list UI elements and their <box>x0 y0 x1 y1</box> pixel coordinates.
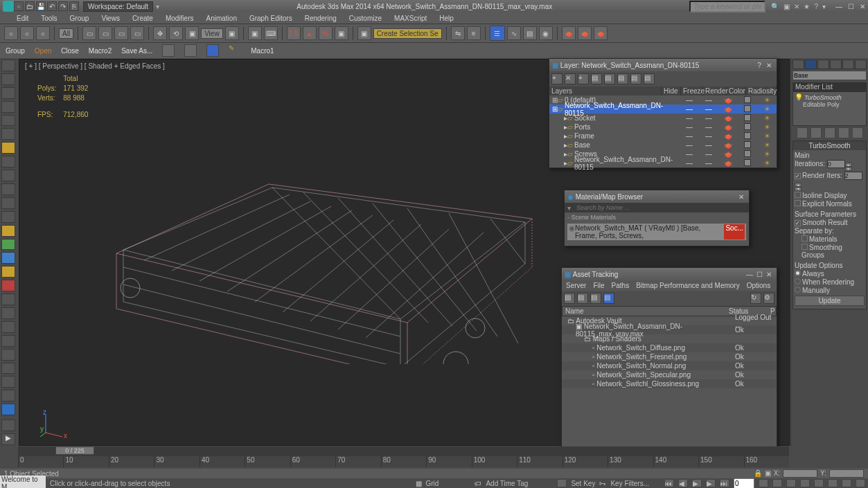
layer-row[interactable]: ▸▱Frame——🫖☀ <box>549 132 777 141</box>
menu-create[interactable]: Create <box>132 15 153 22</box>
x-field[interactable] <box>783 469 817 478</box>
props-icon[interactable]: ▤ <box>644 73 655 84</box>
asset-row[interactable]: ▫ Network_Switch_Specular.pngOk <box>562 370 777 379</box>
workspace-selector[interactable]: Workspace: Default <box>83 1 153 12</box>
tool-icon[interactable] <box>162 44 175 57</box>
named-selset-icon[interactable]: ▣ <box>357 26 371 40</box>
col-radiosity[interactable]: Radiosity <box>746 87 777 96</box>
keyboard-icon[interactable]: ⌨ <box>264 26 278 40</box>
maximize-button[interactable]: ☐ <box>848 3 854 10</box>
new-icon[interactable]: ▫ <box>14 1 24 11</box>
modify-tab[interactable] <box>805 60 817 69</box>
layer-row[interactable]: ⊞▱Network_Switch_Assmann_DN-80115——🫖☀ <box>549 105 777 114</box>
macro2-button[interactable]: Macro2 <box>89 47 112 55</box>
delete-layer-icon[interactable]: ✕ <box>565 73 576 84</box>
modifier-stack[interactable]: 💡TurboSmooth Editable Poly <box>792 91 867 126</box>
view-icon[interactable]: ▤ <box>577 293 588 304</box>
link-icon[interactable]: ⟐ <box>4 26 18 40</box>
layer-row[interactable]: ▸▱Socket——🫖☀ <box>549 114 777 123</box>
col-layers[interactable]: Layers <box>549 87 662 96</box>
render-iters-field[interactable] <box>844 172 862 180</box>
goto-start-icon[interactable]: ⏮ <box>664 479 674 487</box>
time-slider-thumb[interactable]: 0 / 225 <box>55 446 94 455</box>
tool-icon[interactable] <box>1 239 15 251</box>
col-hide[interactable]: Hide <box>662 87 681 96</box>
menu-grapheditors[interactable]: Graph Editors <box>249 15 292 22</box>
close-button[interactable]: ✕ <box>764 62 774 69</box>
modifier-editablepoly[interactable]: Editable Poly <box>803 101 840 108</box>
iterations-field[interactable] <box>827 160 845 168</box>
view-icon[interactable]: ▤ <box>603 293 614 304</box>
pin-stack-icon[interactable] <box>797 127 808 138</box>
tool-icon[interactable] <box>184 44 197 57</box>
asset-row[interactable]: ▫ Network_Switch_Diffuse.pngOk <box>562 343 777 352</box>
modifier-turbosmooth[interactable]: TurboSmooth <box>804 94 842 101</box>
viewport-label[interactable]: [ + ] [ Perspective ] [ Shaded + Edged F… <box>25 62 165 70</box>
selection-lock-icon[interactable]: ▣ <box>765 469 771 478</box>
help-icon[interactable]: ? <box>814 3 818 10</box>
keyfilters-button[interactable]: Key Filters... <box>610 480 649 487</box>
menu-group[interactable]: Group <box>70 15 89 22</box>
favorite-icon[interactable]: ★ <box>804 3 810 10</box>
layer-row[interactable]: ▸▱Network_Switch_Assmann_DN-80115——🫖☀ <box>549 159 777 168</box>
angle-snap-icon[interactable]: ▲ <box>303 26 317 40</box>
menu-options[interactable]: Options <box>747 282 770 289</box>
manually-radio[interactable] <box>795 287 801 293</box>
refcoord-dropdown[interactable]: View <box>201 28 223 39</box>
freeze-icon[interactable]: ▤ <box>630 73 641 84</box>
tool-icon[interactable] <box>1 170 15 181</box>
nav-icon[interactable] <box>786 479 796 487</box>
chevron-down-icon[interactable]: ▾ <box>565 204 574 212</box>
align-icon[interactable]: ≡ <box>467 26 481 40</box>
materials-checkbox[interactable] <box>801 235 808 242</box>
unlink-icon[interactable]: ⟐ <box>20 26 34 40</box>
material-search-input[interactable] <box>574 203 749 213</box>
layer-row[interactable]: ▸▱Base——🫖☀ <box>549 141 777 150</box>
render-icon[interactable]: 🫖 <box>594 26 608 40</box>
help-search-input[interactable] <box>689 1 765 12</box>
tool-icon[interactable] <box>1 197 15 209</box>
modifier-list-dropdown[interactable]: Modifier List <box>792 82 867 91</box>
asset-row[interactable]: 🗀 Maps / Shaders <box>562 334 777 343</box>
binoculars-icon[interactable]: 🔍 <box>771 3 779 10</box>
tool-icon[interactable] <box>1 183 15 195</box>
play-icon[interactable]: ▶ <box>692 479 702 487</box>
tool-icon[interactable] <box>1 211 15 223</box>
current-frame-field[interactable] <box>734 478 754 489</box>
settings-icon[interactable]: ⚙ <box>763 293 774 304</box>
tool-icon[interactable] <box>1 293 15 305</box>
tool-icon[interactable] <box>1 73 15 85</box>
asset-row[interactable]: ▫ Network_Switch_Fresnel.pngOk <box>562 352 777 361</box>
render-setup-icon[interactable]: 🫖 <box>562 26 576 40</box>
tool-icon[interactable] <box>1 128 15 140</box>
close-button[interactable]: ✕ <box>860 3 865 10</box>
col-render[interactable]: Render <box>703 87 727 96</box>
view-icon[interactable]: ▤ <box>564 293 575 304</box>
hierarchy-tab[interactable] <box>817 60 829 69</box>
explicit-checkbox[interactable] <box>795 200 801 206</box>
tool-icon[interactable] <box>1 335 15 347</box>
when-rendering-radio[interactable] <box>795 278 801 284</box>
asset-row[interactable]: ▫ Network_Switchl_Glossiness.pngOk <box>562 379 777 388</box>
spinner-down[interactable]: ▾ <box>795 187 801 191</box>
rollout-turbosmooth[interactable]: TurboSmooth <box>793 141 866 150</box>
menu-server[interactable]: Server <box>566 282 586 289</box>
tool-icon[interactable]: ✎ <box>229 44 241 57</box>
show-end-icon[interactable] <box>811 127 822 138</box>
close-button[interactable]: Close <box>61 47 79 55</box>
undo-icon[interactable]: ↶ <box>47 1 57 11</box>
tool-icon[interactable] <box>1 376 15 388</box>
grid-icon[interactable]: ▦ <box>416 480 422 487</box>
menu-help[interactable]: Help <box>439 15 454 22</box>
tool-icon[interactable] <box>1 142 15 154</box>
highlight-icon[interactable]: ▤ <box>604 73 615 84</box>
menu-rendering[interactable]: Rendering <box>305 15 337 22</box>
percent-snap-icon[interactable]: % <box>319 26 333 40</box>
menu-animation[interactable]: Animation <box>206 15 236 22</box>
redo-icon[interactable]: ↷ <box>58 1 68 11</box>
tool-icon[interactable] <box>1 115 15 127</box>
tool-icon[interactable] <box>1 363 15 374</box>
select-name-icon[interactable]: ▭ <box>98 26 112 40</box>
tool-icon[interactable] <box>1 101 15 113</box>
maxscript-listener[interactable]: Welcome to M <box>0 476 46 488</box>
